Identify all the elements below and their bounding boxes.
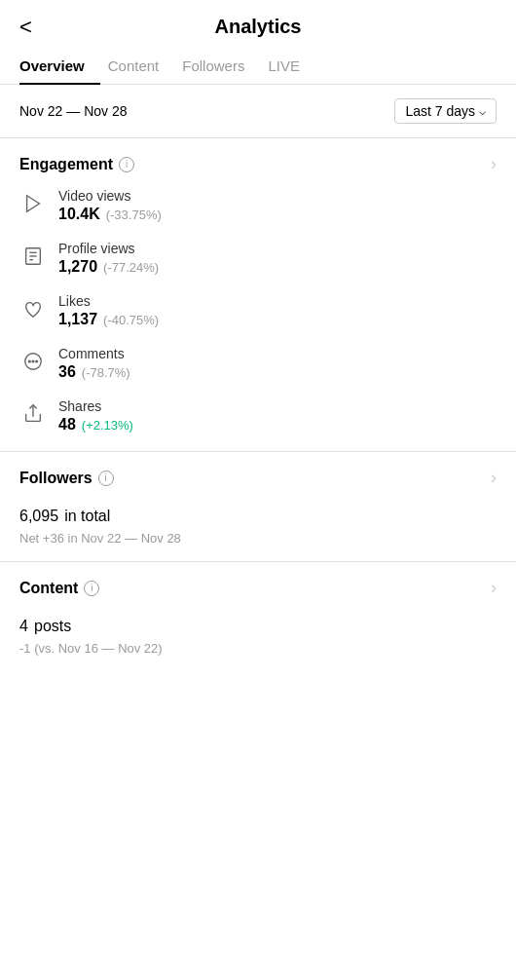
date-range-row: Nov 22 — Nov 28 Last 7 days ⌵ [0,85,516,138]
shares-change: (+2.13%) [82,418,133,433]
comments-label: Comments [58,346,130,361]
video-views-label: Video views [58,188,162,204]
video-views-icon [19,190,47,217]
comments-change: (-78.7%) [82,365,130,380]
content-posts: 4 posts [19,612,497,637]
followers-title-group: Followers i [19,470,114,487]
followers-title: Followers [19,470,92,487]
comments-icon [19,348,47,375]
metric-video-views: Video views 10.4K (-33.75%) [19,188,497,223]
metric-comments: Comments 36 (-78.7%) [19,346,497,381]
profile-views-change: (-77.24%) [103,260,159,275]
likes-icon [19,295,47,322]
profile-views-icon [19,243,47,270]
profile-views-value: 1,270 [58,258,97,276]
page-title: Analytics [215,16,302,38]
likes-value: 1,137 [58,311,97,328]
engagement-info-icon[interactable]: i [119,157,134,172]
engagement-header: Engagement i › [19,154,497,174]
date-range-text: Nov 22 — Nov 28 [19,103,128,119]
video-views-change: (-33.75%) [106,207,162,222]
date-range-dropdown[interactable]: Last 7 days ⌵ [394,98,497,124]
engagement-title-group: Engagement i [19,156,134,173]
tabs-bar: Overview Content Followers LIVE [0,48,516,85]
followers-net-text: Net +36 in Nov 22 — Nov 28 [19,531,497,546]
followers-info-icon[interactable]: i [98,471,114,486]
svg-point-8 [36,360,38,362]
content-title: Content [19,580,78,597]
metric-shares: Shares 48 (+2.13%) [19,398,497,433]
tab-overview[interactable]: Overview [19,48,100,84]
content-title-group: Content i [19,580,99,597]
video-views-value: 10.4K [58,206,100,223]
tab-live[interactable]: LIVE [268,48,315,84]
tab-followers[interactable]: Followers [182,48,260,84]
content-chevron-icon[interactable]: › [491,578,497,598]
svg-point-7 [32,360,34,362]
followers-total: 6,095 in total [19,502,497,527]
engagement-title: Engagement [19,156,113,173]
engagement-chevron-icon[interactable]: › [491,154,497,174]
content-compare-text: -1 (vs. Nov 16 — Nov 22) [19,641,497,656]
shares-label: Shares [58,398,133,414]
svg-point-6 [28,360,30,362]
followers-chevron-icon[interactable]: › [491,468,497,488]
likes-change: (-40.75%) [103,313,159,327]
profile-views-label: Profile views [58,241,159,256]
tab-content[interactable]: Content [108,48,175,84]
metric-profile-views: Profile views 1,270 (-77.24%) [19,241,497,276]
chevron-down-icon: ⌵ [479,104,486,118]
followers-header: Followers i › [19,468,497,488]
back-button[interactable]: < [19,15,32,40]
engagement-section: Engagement i › Video views 10.4K (-33.75… [0,138,516,433]
metric-likes: Likes 1,137 (-40.75%) [19,293,497,328]
followers-section: Followers i › 6,095 in total Net +36 in … [0,452,516,546]
content-section: Content i › 4 posts -1 (vs. Nov 16 — Nov… [0,562,516,656]
content-info-icon[interactable]: i [84,581,99,596]
content-header: Content i › [19,578,497,598]
likes-label: Likes [58,293,159,309]
shares-value: 48 [58,416,76,433]
header: < Analytics [0,0,516,48]
shares-icon [19,400,47,428]
svg-marker-0 [27,196,40,212]
comments-value: 36 [58,363,76,381]
